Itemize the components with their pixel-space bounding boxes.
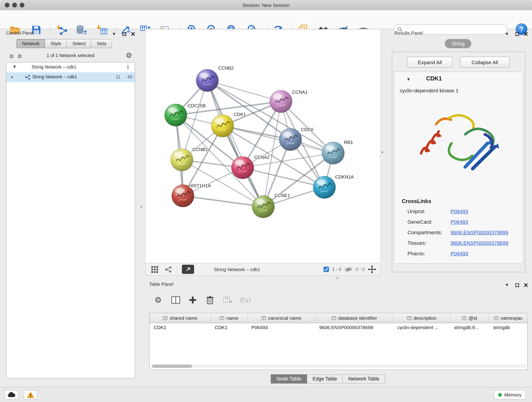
control-panel-close-icon[interactable]: × bbox=[130, 30, 137, 37]
selected-nodes-checkbox-icon[interactable] bbox=[323, 267, 329, 272]
bottom-splitter-handle[interactable] bbox=[336, 277, 338, 279]
column-header-id[interactable]: @id bbox=[450, 313, 489, 323]
title-bar: Session: New Session bbox=[0, 0, 532, 10]
network-options-gear-icon[interactable]: ⚙ bbox=[126, 52, 133, 59]
tree-root-row[interactable]: ▼ String Network – cdk1 1 bbox=[6, 62, 135, 72]
cell-namespace[interactable]: stringdb bbox=[489, 323, 527, 332]
network-node-CDC6[interactable] bbox=[279, 128, 302, 151]
crosslink-link-uniprot[interactable]: P06493 bbox=[451, 208, 468, 214]
network-overview-icon[interactable] bbox=[164, 266, 173, 273]
crosslink-link-genecard[interactable]: P06493 bbox=[451, 219, 468, 225]
network-node-CCNA2[interactable] bbox=[231, 157, 254, 179]
network-edge[interactable] bbox=[207, 80, 281, 102]
tab-sets[interactable]: Sets bbox=[91, 39, 112, 48]
crosslink-link-pharos[interactable]: P06493 bbox=[451, 250, 468, 256]
gene-collapse-icon[interactable]: ▼ bbox=[405, 76, 412, 83]
network-node-CDK1[interactable] bbox=[211, 115, 234, 137]
left-splitter-handle[interactable] bbox=[140, 206, 142, 208]
table-panel-float-icon[interactable]: ▼ bbox=[504, 282, 510, 288]
import-network-database-icon[interactable] bbox=[74, 23, 89, 37]
network-edge[interactable] bbox=[183, 196, 263, 206]
table-panel-close-icon[interactable]: × bbox=[523, 281, 530, 288]
network-edge[interactable] bbox=[207, 80, 263, 207]
cell-name[interactable]: CDK1 bbox=[211, 323, 247, 332]
collapse-all-button[interactable]: Collapse All bbox=[460, 57, 510, 67]
cell-id[interactable]: stringdb:9... bbox=[450, 323, 489, 332]
network-canvas[interactable]: CCNB2CCNA1CDC25BCDK1CDC6RB1CCNB1CCNA2CDK… bbox=[145, 29, 381, 263]
crosslink-link-tissues[interactable]: 9606.ENSP00000378699 bbox=[451, 240, 508, 246]
tab-node-table[interactable]: Node Table bbox=[271, 374, 307, 383]
cell-canonical-name[interactable]: P06493 bbox=[247, 323, 315, 332]
right-splitter-handle[interactable] bbox=[381, 151, 383, 153]
network-node-RB1[interactable] bbox=[322, 142, 344, 164]
import-table-file-icon[interactable] bbox=[95, 23, 109, 37]
network-node-CCNB1[interactable] bbox=[171, 149, 193, 171]
column-header-shared-name[interactable]: shared name bbox=[150, 313, 211, 323]
column-header-name[interactable]: name bbox=[211, 313, 247, 323]
main-toolbar: ? bbox=[0, 10, 532, 29]
tree-expand-icon[interactable]: ▼ bbox=[13, 65, 16, 69]
table-panel-title: Table Panel bbox=[149, 282, 173, 287]
tab-select[interactable]: Select bbox=[67, 39, 91, 48]
results-panel-title: Results Panel bbox=[394, 31, 423, 36]
crosslink-label-uniprot: Uniprot: bbox=[408, 208, 425, 214]
cell-database-identifier[interactable]: 9606.ENSP00000378699 bbox=[315, 323, 393, 332]
table-options-gear-icon[interactable]: ⚙ bbox=[151, 293, 166, 307]
network-graph: CCNB2CCNA1CDC25BCDK1CDC6RB1CCNB1CCNA2CDK… bbox=[146, 30, 381, 263]
window-title: Session: New Session bbox=[0, 0, 532, 10]
function-builder-icon[interactable]: f(x) bbox=[238, 293, 253, 307]
tab-network[interactable]: Network bbox=[16, 39, 45, 48]
control-panel-maximize-icon[interactable] bbox=[121, 31, 128, 37]
scrollbar-thumb[interactable] bbox=[152, 364, 192, 368]
memory-button[interactable]: Memory bbox=[494, 390, 526, 400]
crosslink-link-compartments[interactable]: 9606.ENSP00000378699 bbox=[451, 230, 508, 235]
grid-view-icon[interactable] bbox=[150, 266, 159, 273]
pan-crosshair-icon[interactable] bbox=[368, 265, 376, 274]
cell-description[interactable]: cyclin-dependent ... bbox=[393, 323, 450, 332]
memory-label: Memory bbox=[504, 392, 521, 397]
cloud-status-button[interactable] bbox=[5, 390, 18, 400]
delete-column-trash-icon[interactable] bbox=[203, 293, 217, 307]
column-header-description[interactable]: description bbox=[393, 313, 450, 323]
tree-root-count: 1 bbox=[127, 64, 129, 70]
show-columns-icon[interactable] bbox=[168, 293, 183, 307]
import-network-file-icon[interactable] bbox=[55, 23, 69, 37]
column-header-namespace[interactable]: namespac bbox=[489, 313, 527, 323]
crosslink-label-genecard: GeneCard: bbox=[408, 219, 433, 225]
hidden-items-icon[interactable] bbox=[344, 266, 353, 273]
results-panel-maximize-icon[interactable] bbox=[514, 31, 520, 37]
cell-shared-name[interactable]: CDK1 bbox=[150, 323, 211, 332]
node-label-CDC6: CDC6 bbox=[301, 127, 313, 132]
application-window: Session: New Session ? Control Panel ▼ bbox=[0, 0, 532, 402]
tab-edge-table[interactable]: Edge Table bbox=[307, 374, 343, 383]
network-edge-count: 48 bbox=[127, 74, 132, 79]
network-view-title: String Network – cdk1 bbox=[214, 267, 260, 272]
control-panel-float-icon[interactable]: ▼ bbox=[111, 31, 118, 37]
control-panel-title: Control Panel bbox=[6, 31, 34, 36]
results-panel-float-icon[interactable]: ▼ bbox=[504, 31, 510, 37]
table-horizontal-scrollbar[interactable] bbox=[151, 364, 526, 368]
column-header-canonical-name[interactable]: canonical name bbox=[247, 313, 315, 323]
status-bar: Memory bbox=[0, 387, 532, 402]
network-node-CCNA1[interactable] bbox=[270, 90, 292, 113]
results-tab-string[interactable]: String bbox=[445, 39, 471, 48]
network-node-CDKN1A[interactable] bbox=[313, 176, 336, 199]
table-row[interactable]: CDK1 CDK1 P06493 9606.ENSP00000378699 cy… bbox=[150, 323, 527, 332]
network-node-CCNE1[interactable] bbox=[252, 196, 274, 218]
column-header-database-identifier[interactable]: database identifier bbox=[315, 313, 393, 323]
tab-network-table[interactable]: Network Table bbox=[343, 374, 385, 383]
warnings-button[interactable] bbox=[24, 390, 37, 400]
detach-view-button[interactable] bbox=[182, 265, 194, 274]
add-column-icon[interactable] bbox=[185, 293, 200, 307]
table-panel-maximize-icon[interactable] bbox=[514, 282, 520, 288]
network-node-CDC25B[interactable] bbox=[165, 104, 187, 126]
tab-style[interactable]: Style bbox=[45, 39, 67, 48]
expand-all-button[interactable]: Expand All bbox=[407, 57, 452, 67]
table-type-tabs: Node Table Edge Table Network Table bbox=[271, 374, 385, 383]
network-node-CCNB2[interactable] bbox=[196, 69, 219, 92]
tree-network-row[interactable]: String Network – cdk1 11 48 bbox=[6, 72, 135, 82]
delete-table-icon[interactable] bbox=[221, 293, 235, 307]
hidden-node-edge-counter: 0 - 0 bbox=[355, 267, 365, 272]
results-panel-close-icon[interactable]: × bbox=[523, 30, 530, 37]
node-label-CDC25B: CDC25B bbox=[188, 103, 206, 108]
